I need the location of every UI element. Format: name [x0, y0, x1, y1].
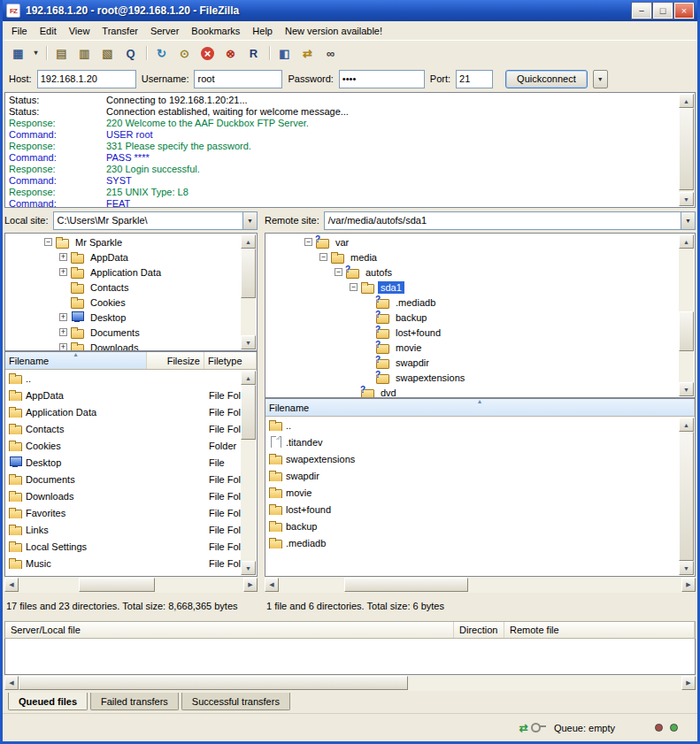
column-header[interactable]: Filetype: [204, 352, 257, 369]
scroll-thumb[interactable]: [344, 578, 468, 592]
tree-expander-icon[interactable]: [59, 328, 67, 336]
toggle-queue-icon[interactable]: Q: [119, 43, 142, 64]
file-row[interactable]: Local Settings File Folder: [5, 538, 241, 555]
directory-comparison-icon[interactable]: ◧: [273, 43, 296, 64]
scroll-thumb[interactable]: [679, 108, 694, 190]
file-row[interactable]: Links File Folder: [5, 521, 241, 538]
scroll-left-icon[interactable]: [265, 578, 279, 592]
tree-item[interactable]: backup: [265, 310, 695, 325]
scroll-thumb[interactable]: [679, 432, 694, 561]
tree-expander-icon[interactable]: [44, 238, 52, 246]
dropdown-arrow-icon[interactable]: [681, 212, 695, 229]
menu-item[interactable]: Server: [144, 23, 185, 39]
local-list-scrollbar[interactable]: [241, 371, 256, 575]
scroll-down-icon[interactable]: [679, 561, 694, 575]
maximize-button[interactable]: □: [653, 3, 673, 19]
queue-column-header[interactable]: Server/Local file: [5, 622, 454, 638]
scroll-down-icon[interactable]: [679, 192, 694, 206]
toggle-message-log-icon[interactable]: ▤: [50, 43, 73, 64]
password-input[interactable]: [339, 70, 425, 88]
scroll-up-icon[interactable]: [679, 234, 694, 249]
tree-item[interactable]: Downloads: [5, 340, 257, 351]
file-row[interactable]: swapdir: [265, 467, 679, 484]
file-row[interactable]: Documents File Folder: [5, 471, 241, 487]
close-button[interactable]: ×: [674, 3, 694, 19]
toolbar-separator[interactable]: [42, 44, 50, 62]
scroll-up-icon[interactable]: [679, 418, 694, 432]
host-input[interactable]: [37, 70, 136, 88]
remote-site-combo[interactable]: /var/media/autofs/sda1: [324, 211, 696, 230]
scroll-down-icon[interactable]: [241, 561, 256, 575]
quickconnect-dropdown-icon[interactable]: [593, 70, 608, 88]
remote-list-scrollbar[interactable]: [679, 418, 694, 575]
tree-expander-icon[interactable]: [319, 253, 327, 261]
username-input[interactable]: [194, 70, 282, 88]
file-row[interactable]: .titandev: [265, 433, 679, 450]
file-row[interactable]: ..: [265, 417, 679, 433]
menu-item[interactable]: View: [63, 23, 96, 39]
file-row[interactable]: Downloads File Folder: [5, 487, 241, 504]
tree-item[interactable]: Application Data: [5, 265, 257, 280]
file-row[interactable]: Application Data File Folder: [5, 403, 241, 420]
site-manager-icon[interactable]: ▦: [7, 43, 29, 64]
local-site-combo[interactable]: C:\Users\Mr Sparkle\: [53, 211, 258, 230]
log-scrollbar[interactable]: [679, 94, 694, 206]
tree-expander-icon[interactable]: [59, 253, 67, 261]
queue-horizontal-scrollbar[interactable]: [4, 675, 696, 691]
tree-item[interactable]: .mediadb: [265, 295, 695, 310]
tree-item[interactable]: dvd: [265, 385, 695, 398]
port-input[interactable]: [456, 70, 493, 88]
tree-item[interactable]: Desktop: [5, 310, 257, 325]
file-row[interactable]: backup: [265, 518, 679, 534]
menu-item[interactable]: File: [5, 23, 34, 39]
menu-item[interactable]: Bookmarks: [185, 23, 246, 39]
column-header[interactable]: Filename: [265, 399, 695, 416]
file-row[interactable]: movie: [265, 484, 679, 501]
scroll-up-icon[interactable]: [241, 234, 256, 249]
tree-expander-icon[interactable]: [59, 313, 67, 321]
process-queue-icon[interactable]: ⊙: [173, 43, 196, 64]
tree-item[interactable]: sda1: [265, 280, 695, 295]
scroll-left-icon[interactable]: [4, 676, 19, 690]
tree-item[interactable]: movie: [265, 340, 695, 355]
file-row[interactable]: .mediadb: [265, 534, 679, 551]
queue-tab[interactable]: Successful transfers: [181, 693, 290, 710]
toggle-remote-tree-icon[interactable]: ▧: [96, 43, 119, 64]
tree-expander-icon[interactable]: [350, 283, 358, 291]
queue-tab[interactable]: Queued files: [8, 693, 88, 710]
tree-item[interactable]: media: [265, 249, 695, 265]
cancel-icon[interactable]: ×: [196, 43, 219, 64]
tree-item[interactable]: swapdir: [265, 355, 695, 370]
local-tree-scrollbar[interactable]: [241, 234, 256, 349]
queue-column-header[interactable]: Remote file: [504, 622, 695, 638]
scroll-thumb[interactable]: [241, 249, 256, 298]
file-row[interactable]: swapextensions: [265, 450, 679, 467]
column-header[interactable]: Filename: [5, 352, 147, 369]
file-row[interactable]: AppData File Folder: [5, 387, 241, 403]
minimize-button[interactable]: −: [632, 3, 651, 19]
tree-expander-icon[interactable]: [59, 268, 67, 276]
tree-item[interactable]: Cookies: [5, 295, 257, 310]
scroll-right-icon[interactable]: [681, 676, 696, 690]
remote-tree-scrollbar[interactable]: [679, 234, 694, 396]
scroll-thumb[interactable]: [679, 311, 694, 351]
refresh-icon[interactable]: ↻: [150, 43, 173, 64]
scroll-down-icon[interactable]: [241, 335, 256, 349]
scroll-down-icon[interactable]: [679, 382, 694, 396]
toolbar-separator[interactable]: [142, 44, 150, 62]
file-row[interactable]: Music File Folder: [5, 555, 241, 571]
reconnect-icon[interactable]: R: [242, 43, 265, 64]
toggle-local-tree-icon[interactable]: ▥: [73, 43, 96, 64]
file-row[interactable]: ..: [5, 370, 241, 387]
tree-item[interactable]: Contacts: [5, 280, 257, 295]
disconnect-icon[interactable]: ⊗: [219, 43, 242, 64]
dropdown-arrow-icon[interactable]: [242, 212, 257, 229]
remote-horizontal-scrollbar[interactable]: [265, 577, 696, 593]
synchronized-browsing-icon[interactable]: ⇄: [296, 43, 319, 64]
scroll-up-icon[interactable]: [241, 371, 256, 385]
file-row[interactable]: Favorites File Folder: [5, 504, 241, 521]
find-files-icon[interactable]: ∞: [319, 43, 342, 64]
file-row[interactable]: Contacts File Folder: [5, 420, 241, 437]
menu-item[interactable]: Edit: [34, 23, 63, 39]
local-horizontal-scrollbar[interactable]: [4, 577, 258, 593]
